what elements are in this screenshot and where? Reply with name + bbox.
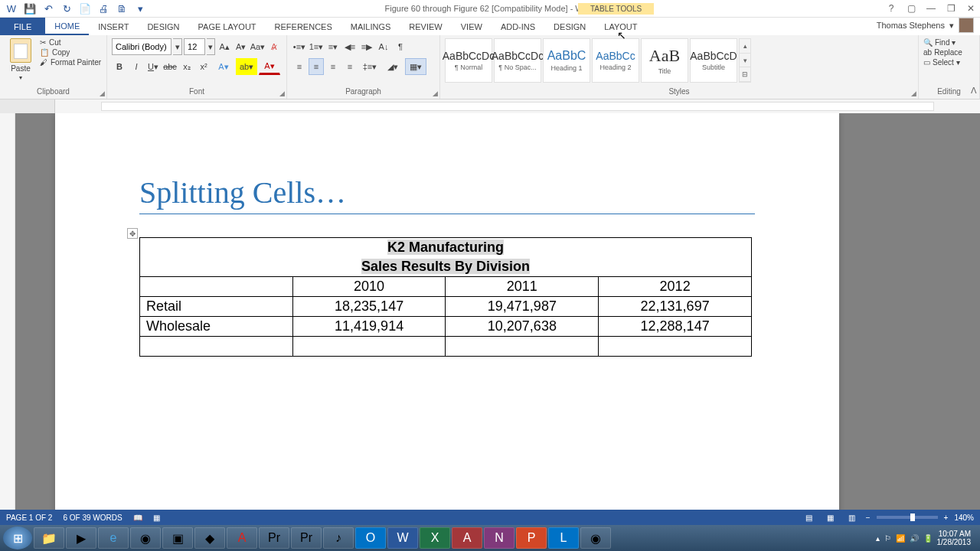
document-heading[interactable]: Splitting Cells… bbox=[139, 174, 755, 214]
underline-button[interactable]: U▾ bbox=[145, 58, 161, 75]
tab-view[interactable]: VIEW bbox=[452, 18, 492, 35]
text-effects-button[interactable]: A▾ bbox=[213, 58, 234, 75]
table-cell[interactable]: 22,131,697 bbox=[599, 297, 752, 317]
clear-format-button[interactable]: A̷ bbox=[266, 38, 282, 55]
bullets-button[interactable]: •≡▾ bbox=[292, 38, 307, 55]
outlook-task[interactable]: O bbox=[355, 527, 386, 549]
font-color-button[interactable]: A▾ bbox=[259, 58, 280, 75]
highlight-button[interactable]: ab▾ bbox=[236, 58, 257, 75]
close-button[interactable]: ✕ bbox=[965, 2, 977, 15]
zoom-out-button[interactable]: − bbox=[866, 514, 871, 522]
print-layout-button[interactable]: ▦ bbox=[823, 511, 838, 523]
help-icon[interactable]: ? bbox=[885, 2, 897, 15]
volume-icon[interactable]: 🔊 bbox=[910, 534, 919, 543]
tab-mailings[interactable]: MAILINGS bbox=[341, 18, 400, 35]
show-marks-button[interactable]: ¶ bbox=[393, 38, 408, 55]
network-icon[interactable]: 📶 bbox=[896, 534, 905, 543]
app-task[interactable]: Pr bbox=[259, 527, 289, 549]
table-cell[interactable]: 19,471,987 bbox=[446, 297, 599, 317]
macro-icon[interactable]: ▦ bbox=[153, 514, 160, 522]
table-cell[interactable] bbox=[446, 337, 599, 357]
strikethrough-button[interactable]: abc bbox=[162, 58, 178, 75]
table-row[interactable]: Wholesale 11,419,914 10,207,638 12,288,1… bbox=[140, 317, 752, 337]
numbering-button[interactable]: 1≡▾ bbox=[309, 38, 324, 55]
access-task[interactable]: A bbox=[452, 527, 482, 549]
sales-table[interactable]: K2 Manufacturing Sales Results By Divisi… bbox=[139, 237, 752, 357]
camtasia-task[interactable]: ◉ bbox=[580, 527, 611, 549]
zoom-level[interactable]: 140% bbox=[954, 514, 974, 522]
justify-button[interactable]: ≡ bbox=[342, 58, 358, 75]
app-task[interactable]: ◆ bbox=[194, 527, 225, 549]
styles-up-icon[interactable]: ▴ bbox=[740, 39, 750, 54]
subscript-button[interactable]: x₂ bbox=[179, 58, 194, 75]
table-cell[interactable]: 12,288,147 bbox=[599, 317, 752, 337]
copy-button[interactable]: 📋Copy bbox=[40, 48, 101, 57]
table-cell[interactable]: 11,419,914 bbox=[292, 317, 446, 337]
style-subtitle[interactable]: AaBbCcDSubtitle bbox=[690, 38, 737, 83]
itunes-task[interactable]: ♪ bbox=[323, 527, 354, 549]
size-dropdown-icon[interactable]: ▾ bbox=[207, 38, 216, 55]
table-cell[interactable]: Retail bbox=[140, 297, 293, 317]
align-left-button[interactable]: ≡ bbox=[292, 58, 307, 75]
document-scroll[interactable]: Splitting Cells… ✥ K2 Manufacturing Sale… bbox=[15, 113, 980, 525]
tab-table-design[interactable]: DESIGN bbox=[544, 18, 595, 35]
font-dropdown-icon[interactable]: ▾ bbox=[173, 38, 182, 55]
web-layout-button[interactable]: ▥ bbox=[844, 511, 860, 523]
styles-more[interactable]: ▴▾⊟ bbox=[739, 38, 751, 83]
increase-indent-button[interactable]: ≡▶ bbox=[359, 38, 374, 55]
styles-gallery[interactable]: AaBbCcDc¶ Normal AaBbCcDc¶ No Spac... Aa… bbox=[445, 38, 913, 83]
borders-button[interactable]: ▦▾ bbox=[405, 58, 426, 75]
save-icon[interactable]: 💾 bbox=[23, 2, 37, 15]
print-icon[interactable]: 🖨 bbox=[96, 2, 110, 15]
find-button[interactable]: 🔍Find▾ bbox=[923, 38, 975, 47]
print-preview-icon[interactable]: 🗎 bbox=[115, 2, 129, 15]
word-app-icon[interactable]: W bbox=[5, 2, 18, 15]
table-cell[interactable]: 18,235,147 bbox=[292, 297, 446, 317]
minimize-button[interactable]: — bbox=[925, 2, 937, 15]
vertical-ruler[interactable] bbox=[0, 113, 15, 525]
word-count[interactable]: 6 OF 39 WORDS bbox=[63, 514, 122, 522]
system-tray[interactable]: ▴ ⚐ 📶 🔊 🔋 10:07 AM 1/28/2013 bbox=[876, 530, 978, 546]
proofing-icon[interactable]: 📖 bbox=[133, 514, 142, 522]
font-size-select[interactable]: 12 bbox=[184, 38, 205, 55]
style-title[interactable]: AaBTitle bbox=[641, 38, 688, 83]
style-heading1[interactable]: AaBbCHeading 1 bbox=[543, 38, 590, 83]
qat-more-icon[interactable]: ▾ bbox=[133, 2, 147, 15]
styles-down-icon[interactable]: ▾ bbox=[740, 54, 750, 68]
horizontal-ruler[interactable] bbox=[55, 99, 980, 113]
table-cell[interactable]: 2011 bbox=[446, 277, 599, 297]
table-cell[interactable]: 10,207,638 bbox=[446, 317, 599, 337]
style-no-spacing[interactable]: AaBbCcDc¶ No Spac... bbox=[494, 38, 541, 83]
maximize-button[interactable]: ❐ bbox=[945, 2, 957, 15]
shading-button[interactable]: ◢▾ bbox=[382, 58, 403, 75]
undo-icon[interactable]: ↶ bbox=[41, 2, 55, 15]
italic-button[interactable]: I bbox=[129, 58, 144, 75]
tab-design[interactable]: DESIGN bbox=[138, 18, 188, 35]
table-cell[interactable] bbox=[292, 337, 446, 357]
format-painter-button[interactable]: 🖌Format Painter bbox=[40, 58, 101, 67]
powerpoint-task[interactable]: P bbox=[516, 527, 547, 549]
table-row[interactable] bbox=[140, 337, 752, 357]
font-name-select[interactable]: Calibri (Body) bbox=[112, 38, 172, 55]
excel-task[interactable]: X bbox=[420, 527, 450, 549]
table-title[interactable]: K2 Manufacturing bbox=[140, 238, 752, 258]
table-cell[interactable] bbox=[140, 277, 293, 297]
flag-icon[interactable]: ⚐ bbox=[884, 534, 891, 543]
style-heading2[interactable]: AaBbCcHeading 2 bbox=[592, 38, 639, 83]
table-cell[interactable]: 2012 bbox=[599, 277, 752, 297]
multilevel-button[interactable]: ≡▾ bbox=[325, 38, 341, 55]
tab-page-layout[interactable]: PAGE LAYOUT bbox=[189, 18, 266, 35]
tab-table-layout[interactable]: LAYOUT bbox=[595, 18, 646, 35]
app-task[interactable]: Pr bbox=[291, 527, 322, 549]
app-task[interactable]: ▣ bbox=[162, 527, 193, 549]
cut-button[interactable]: ✂Cut bbox=[40, 38, 101, 47]
replace-button[interactable]: abReplace bbox=[923, 48, 975, 57]
clock[interactable]: 10:07 AM 1/28/2013 bbox=[937, 530, 972, 546]
power-icon[interactable]: 🔋 bbox=[923, 534, 933, 543]
new-doc-icon[interactable]: 📄 bbox=[78, 2, 92, 15]
table-cell[interactable] bbox=[140, 337, 293, 357]
user-avatar[interactable] bbox=[959, 18, 974, 33]
zoom-thumb[interactable] bbox=[910, 514, 915, 521]
table-cell[interactable] bbox=[599, 337, 752, 357]
bold-button[interactable]: B bbox=[112, 58, 127, 75]
